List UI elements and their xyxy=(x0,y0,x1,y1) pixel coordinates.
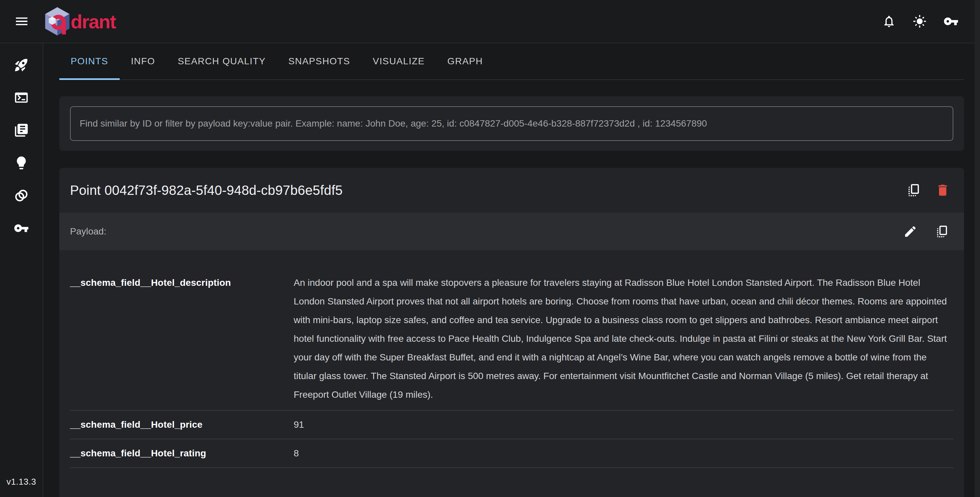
copy-all-icon xyxy=(907,183,921,197)
brand-text: drant xyxy=(71,10,116,33)
rings-icon xyxy=(14,188,29,203)
payload-bar: Payload: xyxy=(59,213,964,250)
copy-payload-button[interactable] xyxy=(935,224,949,238)
key-icon xyxy=(943,14,959,29)
field-key: __schema_field__Hotel_description xyxy=(70,273,294,292)
tab-visualize[interactable]: VISUALIZE xyxy=(361,43,436,79)
collections-icon xyxy=(14,122,29,138)
sidebar-item-apikeys[interactable] xyxy=(14,221,29,236)
main-content: POINTS INFO SEARCH QUALITY SNAPSHOTS VIS… xyxy=(44,43,980,497)
qdrant-cube-icon xyxy=(45,7,70,36)
theme-toggle-button[interactable] xyxy=(913,14,927,28)
copy-point-button[interactable] xyxy=(907,183,921,197)
version-label: v1.13.3 xyxy=(7,477,37,487)
api-key-button[interactable] xyxy=(943,14,959,29)
sidebar: v1.13.3 xyxy=(0,43,43,497)
qdrant-logo: drant xyxy=(45,7,116,36)
payload-fields: __schema_field__Hotel_description An ind… xyxy=(59,255,964,468)
field-value: 8 xyxy=(294,444,953,463)
search-card xyxy=(59,96,964,151)
field-value: An indoor pool and a spa will make stopo… xyxy=(294,273,953,404)
payload-label: Payload: xyxy=(70,226,107,237)
tab-search-quality[interactable]: SEARCH QUALITY xyxy=(166,43,277,79)
point-card: Point 0042f73f-982a-5f40-948d-cb97b6e5fd… xyxy=(59,168,964,497)
field-key: __schema_field__Hotel_rating xyxy=(70,444,294,463)
field-value: 91 xyxy=(294,415,953,434)
point-title: Point 0042f73f-982a-5f40-948d-cb97b6e5fd… xyxy=(70,183,343,198)
scrollbar[interactable] xyxy=(975,0,980,497)
tab-graph[interactable]: GRAPH xyxy=(436,43,494,79)
edit-pencil-icon xyxy=(903,224,917,238)
tab-bar: POINTS INFO SEARCH QUALITY SNAPSHOTS VIS… xyxy=(59,43,964,80)
copy-all-icon xyxy=(935,224,949,238)
tab-points[interactable]: POINTS xyxy=(59,43,120,79)
terminal-icon xyxy=(14,90,29,105)
menu-icon xyxy=(14,14,29,29)
key-icon xyxy=(14,221,29,236)
sidebar-item-welcome[interactable] xyxy=(14,57,29,73)
bell-icon xyxy=(882,14,896,28)
tab-info[interactable]: INFO xyxy=(120,43,166,79)
lightbulb-icon xyxy=(14,155,29,171)
payload-field-row: __schema_field__Hotel_rating 8 xyxy=(70,439,953,468)
sidebar-item-collections[interactable] xyxy=(14,122,29,138)
search-input[interactable] xyxy=(70,106,953,141)
sidebar-item-datasets[interactable] xyxy=(14,188,29,203)
sun-icon xyxy=(913,14,927,28)
tab-snapshots[interactable]: SNAPSHOTS xyxy=(277,43,361,79)
payload-field-row: __schema_field__Hotel_description An ind… xyxy=(70,255,953,411)
point-header: Point 0042f73f-982a-5f40-948d-cb97b6e5fd… xyxy=(59,168,964,213)
notifications-button[interactable] xyxy=(882,14,896,28)
payload-field-row: __schema_field__Hotel_price 91 xyxy=(70,411,953,439)
menu-button[interactable] xyxy=(14,14,29,29)
rocket-icon xyxy=(14,57,29,73)
sidebar-item-tutorial[interactable] xyxy=(14,155,29,171)
field-key: __schema_field__Hotel_price xyxy=(70,415,294,434)
sidebar-item-console[interactable] xyxy=(14,90,29,105)
app-bar: drant xyxy=(0,0,980,43)
edit-payload-button[interactable] xyxy=(903,224,917,238)
trash-icon xyxy=(935,183,950,197)
delete-point-button[interactable] xyxy=(935,183,950,197)
